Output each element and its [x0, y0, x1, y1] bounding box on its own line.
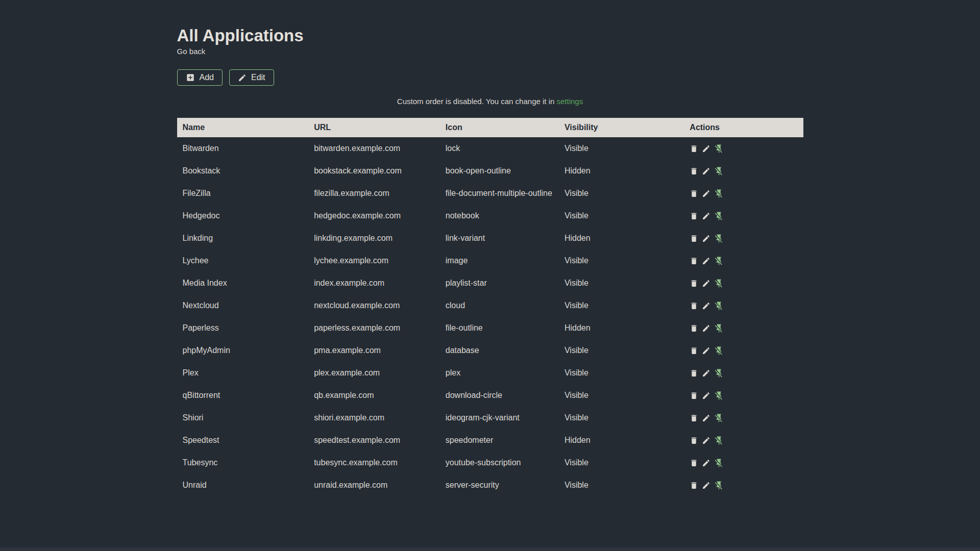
cell-icon: playlist-star	[440, 272, 559, 294]
pencil-icon[interactable]	[702, 346, 710, 355]
delete-icon[interactable]	[690, 324, 698, 333]
pencil-icon[interactable]	[702, 414, 710, 422]
cell-name: Unraid	[177, 474, 309, 496]
pin-off-icon[interactable]	[714, 391, 724, 400]
pin-off-icon[interactable]	[714, 481, 724, 490]
delete-icon[interactable]	[690, 481, 698, 490]
pencil-icon[interactable]	[702, 369, 710, 378]
table-row: phpMyAdmin pma.example.com database Visi…	[177, 339, 803, 362]
pencil-icon[interactable]	[702, 257, 710, 265]
pin-off-icon[interactable]	[714, 323, 724, 333]
cell-icon: image	[440, 249, 559, 272]
plus-box-icon	[186, 73, 195, 82]
pencil-icon[interactable]	[702, 189, 710, 198]
row-actions	[690, 256, 799, 266]
cell-visibility: Visible	[559, 474, 684, 496]
pin-off-icon[interactable]	[714, 256, 724, 266]
pencil-icon[interactable]	[702, 279, 710, 288]
delete-icon[interactable]	[690, 369, 698, 378]
cell-icon: server-security	[440, 474, 559, 496]
pin-off-icon[interactable]	[714, 166, 724, 176]
pencil-icon[interactable]	[702, 324, 710, 333]
pin-off-icon[interactable]	[714, 436, 724, 445]
pin-off-icon[interactable]	[714, 211, 724, 221]
cell-url: hedgedoc.example.com	[308, 205, 440, 227]
cell-url: unraid.example.com	[308, 474, 440, 496]
pencil-icon[interactable]	[702, 302, 710, 310]
pin-off-icon[interactable]	[714, 301, 724, 311]
table-row: Linkding linkding.example.com link-varia…	[177, 227, 803, 249]
cell-name: FileZilla	[177, 182, 309, 205]
delete-icon[interactable]	[690, 279, 698, 288]
cell-name: qBittorrent	[177, 384, 309, 407]
cell-url: bitwarden.example.com	[308, 137, 440, 160]
delete-icon[interactable]	[690, 436, 698, 445]
delete-icon[interactable]	[690, 391, 698, 400]
add-button[interactable]: Add	[177, 69, 223, 86]
cell-visibility: Hidden	[559, 160, 684, 182]
cell-name: Plex	[177, 362, 309, 384]
pencil-icon[interactable]	[702, 459, 710, 467]
cell-name: phpMyAdmin	[177, 339, 309, 362]
pencil-icon	[238, 73, 247, 82]
table-row: Hedgedoc hedgedoc.example.com notebook V…	[177, 205, 803, 227]
pencil-icon[interactable]	[702, 212, 710, 220]
pencil-icon[interactable]	[702, 234, 710, 243]
delete-icon[interactable]	[690, 414, 698, 422]
pin-off-icon[interactable]	[714, 234, 724, 243]
table-row: Bitwarden bitwarden.example.com lock Vis…	[177, 137, 803, 160]
delete-icon[interactable]	[690, 234, 698, 243]
cell-visibility: Hidden	[559, 317, 684, 339]
table-row: Bookstack bookstack.example.com book-ope…	[177, 160, 803, 182]
table-row: Nextcloud nextcloud.example.com cloud Vi…	[177, 294, 803, 317]
cell-name: Tubesync	[177, 452, 309, 474]
cell-name: Paperless	[177, 317, 309, 339]
cell-name: Lychee	[177, 249, 309, 272]
table-row: Paperless paperless.example.com file-out…	[177, 317, 803, 339]
pin-off-icon[interactable]	[714, 279, 724, 288]
row-actions	[690, 211, 799, 221]
cell-icon: cloud	[440, 294, 559, 317]
pencil-icon[interactable]	[702, 436, 710, 445]
cell-icon: file-document-multiple-outline	[440, 182, 559, 205]
delete-icon[interactable]	[690, 257, 698, 265]
settings-link[interactable]: settings	[557, 97, 583, 106]
horizontal-scrollbar[interactable]	[0, 547, 980, 551]
edit-button-label: Edit	[251, 73, 265, 82]
pin-off-icon[interactable]	[714, 144, 724, 154]
row-actions	[690, 234, 799, 243]
table-row: Lychee lychee.example.com image Visible	[177, 249, 803, 272]
pencil-icon[interactable]	[702, 391, 710, 400]
delete-icon[interactable]	[690, 459, 698, 467]
pin-off-icon[interactable]	[714, 368, 724, 378]
pin-off-icon[interactable]	[714, 346, 724, 356]
custom-order-notice: Custom order is disabled. You can change…	[177, 97, 803, 106]
pin-off-icon[interactable]	[714, 413, 724, 423]
cell-name: Media Index	[177, 272, 309, 294]
pin-off-icon[interactable]	[714, 458, 724, 468]
delete-icon[interactable]	[690, 212, 698, 220]
cell-name: Hedgedoc	[177, 205, 309, 227]
delete-icon[interactable]	[690, 302, 698, 310]
cell-name: Bookstack	[177, 160, 309, 182]
pin-off-icon[interactable]	[714, 189, 724, 198]
table-row: qBittorrent qb.example.com download-circ…	[177, 384, 803, 407]
row-actions	[690, 166, 799, 176]
header-url: URL	[308, 118, 440, 137]
edit-button[interactable]: Edit	[229, 69, 274, 86]
cell-visibility: Visible	[559, 182, 684, 205]
delete-icon[interactable]	[690, 346, 698, 355]
delete-icon[interactable]	[690, 144, 698, 153]
delete-icon[interactable]	[690, 167, 698, 176]
go-back-link[interactable]: Go back	[177, 47, 206, 56]
header-visibility: Visibility	[559, 118, 684, 137]
row-actions	[690, 436, 799, 445]
delete-icon[interactable]	[690, 189, 698, 198]
pencil-icon[interactable]	[702, 481, 710, 490]
table-header: Name URL Icon Visibility Actions	[177, 118, 803, 137]
pencil-icon[interactable]	[702, 144, 710, 153]
cell-icon: plex	[440, 362, 559, 384]
cell-url: speedtest.example.com	[308, 429, 440, 452]
cell-visibility: Visible	[559, 294, 684, 317]
pencil-icon[interactable]	[702, 167, 710, 176]
